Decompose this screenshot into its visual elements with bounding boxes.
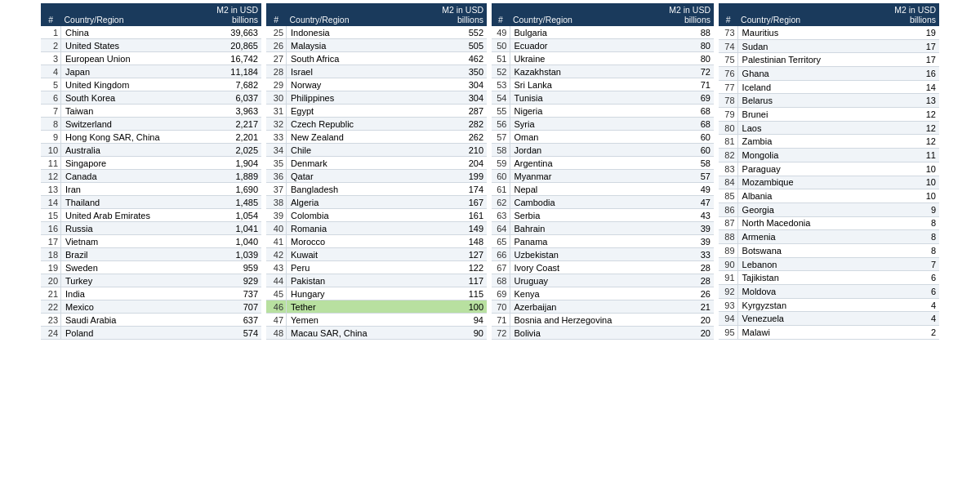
- country-name: Philippines: [287, 91, 428, 105]
- country-name: Palestinian Territory: [737, 53, 884, 67]
- table-row: 7Taiwan3,963: [41, 105, 261, 118]
- table-row: 31Egypt287: [266, 105, 487, 118]
- money-supply-value: 19: [884, 26, 939, 39]
- money-supply-value: 3,963: [202, 105, 261, 118]
- row-number: 24: [41, 327, 61, 340]
- table-row: 94Venezuela4: [719, 312, 939, 326]
- country-name: Yemen: [287, 314, 428, 327]
- money-supply-value: 707: [202, 300, 261, 314]
- country-name: South Africa: [287, 52, 428, 65]
- country-name: Myanmar: [510, 170, 661, 183]
- table-4: M2 in USD#Country/Regionbillions73Maurit…: [719, 3, 939, 340]
- money-supply-value: 28: [661, 274, 714, 287]
- row-number: 59: [492, 157, 510, 170]
- row-number: 69: [492, 287, 510, 300]
- money-supply-value: 69: [661, 91, 714, 105]
- money-supply-value: 1,485: [202, 196, 261, 209]
- country-name: Tether: [287, 300, 428, 314]
- table-row: 55Nigeria68: [492, 105, 714, 118]
- table-row: 15United Arab Emirates1,054: [41, 209, 261, 222]
- table-row: 69Kenya26: [492, 287, 714, 300]
- row-number: 42: [266, 248, 287, 261]
- country-name: Mozambique: [737, 176, 884, 189]
- money-supply-value: 174: [427, 183, 487, 196]
- country-name: North Macedonia: [737, 216, 884, 230]
- money-supply-value: 58: [661, 157, 714, 170]
- money-supply-value: 1,690: [202, 183, 261, 196]
- country-name: Ghana: [737, 67, 884, 81]
- table-row: 77Iceland14: [719, 80, 939, 94]
- table-row: 42Kuwait127: [266, 248, 487, 261]
- table-row: 50Ecuador80: [492, 39, 714, 52]
- row-number: 89: [719, 243, 737, 257]
- row-number: 30: [266, 91, 287, 105]
- country-name: Ivory Coast: [510, 261, 661, 274]
- table-row: 51Ukraine80: [492, 52, 714, 65]
- money-supply-value: 2,217: [202, 118, 261, 131]
- row-number: 82: [719, 149, 737, 162]
- country-name: Norway: [287, 78, 428, 91]
- money-supply-value: 10: [884, 176, 939, 189]
- row-number: 81: [719, 135, 737, 149]
- money-supply-value: 9: [884, 202, 939, 216]
- country-name: Georgia: [737, 202, 884, 216]
- row-number: 64: [492, 222, 510, 235]
- row-number: 45: [266, 287, 287, 300]
- table-row: 83Paraguay10: [719, 162, 939, 176]
- table-row: 32Czech Republic282: [266, 118, 487, 131]
- money-supply-value: 6: [884, 271, 939, 285]
- country-name: Syria: [510, 118, 661, 131]
- table-row: 17Vietnam1,040: [41, 235, 261, 248]
- row-number: 75: [719, 53, 737, 67]
- table-row: 56Syria68: [492, 118, 714, 131]
- money-supply-value: 60: [661, 131, 714, 144]
- table-row: 57Oman60: [492, 131, 714, 144]
- country-name: Saudi Arabia: [61, 314, 203, 327]
- money-supply-value: 14: [884, 80, 939, 94]
- row-number: 23: [41, 314, 61, 327]
- row-number: 2: [41, 39, 61, 52]
- row-number: 36: [266, 170, 287, 183]
- row-number: 16: [41, 222, 61, 235]
- country-name: Switzerland: [61, 118, 203, 131]
- row-number: 79: [719, 108, 737, 122]
- country-name: Tunisia: [510, 91, 661, 105]
- money-supply-value: 637: [202, 314, 261, 327]
- table-row: 49Bulgaria88: [492, 26, 714, 39]
- table-row: 8Switzerland2,217: [41, 118, 261, 131]
- row-number: 58: [492, 144, 510, 157]
- table-row: 3European Union16,742: [41, 52, 261, 65]
- country-name: Algeria: [287, 196, 428, 209]
- money-supply-value: 2,025: [202, 144, 261, 157]
- row-number: 57: [492, 131, 510, 144]
- row-number: 86: [719, 202, 737, 216]
- money-supply-value: 49: [661, 183, 714, 196]
- table-row: 47Yemen94: [266, 314, 487, 327]
- money-supply-value: 10: [884, 189, 939, 203]
- money-supply-value: 6: [884, 285, 939, 299]
- country-name: Sweden: [61, 261, 203, 274]
- money-supply-value: 2: [884, 326, 939, 340]
- money-supply-value: 12: [884, 135, 939, 149]
- country-name: Israel: [287, 65, 428, 78]
- table-3: M2 in USD#Country/Regionbillions49Bulgar…: [492, 3, 714, 340]
- country-name: Russia: [61, 222, 203, 235]
- country-name: Malawi: [737, 326, 884, 340]
- table-row: 58Jordan60: [492, 144, 714, 157]
- row-number: 61: [492, 183, 510, 196]
- row-number: 46: [266, 300, 287, 314]
- country-name: Serbia: [510, 209, 661, 222]
- money-supply-value: 1,041: [202, 222, 261, 235]
- country-name: Qatar: [287, 170, 428, 183]
- money-supply-value: 72: [661, 65, 714, 78]
- row-number: 85: [719, 189, 737, 203]
- country-name: Egypt: [287, 105, 428, 118]
- country-name: Oman: [510, 131, 661, 144]
- country-name: Uzbekistan: [510, 248, 661, 261]
- country-name: Bulgaria: [510, 26, 661, 39]
- money-supply-value: 47: [661, 196, 714, 209]
- country-name: Denmark: [287, 157, 428, 170]
- country-name: Thailand: [61, 196, 203, 209]
- row-number: 26: [266, 39, 287, 52]
- table-row: 95Malawi2: [719, 326, 939, 340]
